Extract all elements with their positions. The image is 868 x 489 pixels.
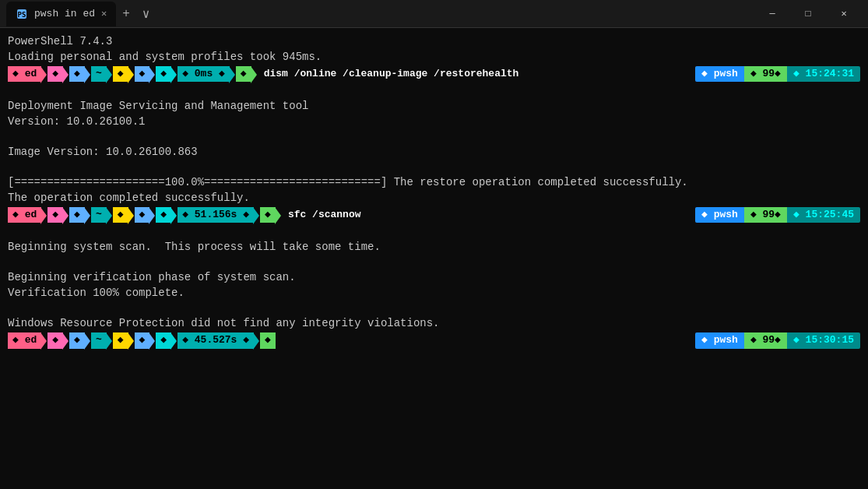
blank-5 — [8, 255, 860, 271]
scan-line-1: Beginning system scan. This process will… — [8, 240, 860, 255]
operation-complete-line: The operation completed successfully. — [8, 191, 860, 206]
window-controls: — □ ✕ — [754, 0, 862, 28]
prompt-line-3: ◆ ed ◆ ◆ ~ ◆ ◆ ◆ ◆ 45.527s ◆ ◆ ◆ pwsh ◆ … — [8, 332, 860, 348]
maximize-button[interactable]: □ — [790, 0, 826, 28]
right-prompt-3: ◆ pwsh ◆ 99◆ ◆ 15:30:15 — [695, 332, 860, 348]
seg-dur-1: ◆ 0ms ◆ — [177, 66, 230, 82]
right-prompt-2: ◆ pwsh ◆ 99◆ ◆ 15:25:45 — [695, 207, 860, 223]
seg-green-1: ◆ — [236, 66, 251, 82]
new-tab-button[interactable]: + — [116, 7, 136, 21]
seg-pink-2: ◆ — [47, 207, 63, 223]
seg-pink-1: ◆ — [47, 66, 63, 82]
seg-cmd-2: sfc /scannow — [282, 207, 366, 223]
wrp-line: Windows Resource Protection did not find… — [8, 316, 860, 332]
seg-blue-2b: ◆ — [135, 207, 150, 223]
dism-line-1: Deployment Image Servicing and Managemen… — [8, 99, 860, 114]
seg-green-3: ◆ — [260, 332, 276, 348]
seg-yellow-3: ◆ — [113, 332, 128, 348]
prompt-line-2: ◆ ed ◆ ◆ ~ ◆ ◆ ◆ ◆ 51.156s ◆ ◆ sfc /scan… — [8, 207, 860, 223]
seg-r99-2: ◆ 99◆ — [744, 207, 787, 223]
seg-dur-3: ◆ 45.527s ◆ — [177, 332, 254, 348]
right-prompt-1: ◆ pwsh ◆ 99◆ ◆ 15:24:31 — [695, 66, 860, 82]
seg-time-1: ◆ 15:24:31 — [787, 66, 860, 82]
blank-2 — [8, 129, 860, 145]
tab-icon: PS — [16, 8, 28, 20]
profile-load-line: Loading personal and system profiles too… — [8, 50, 860, 65]
tab-dropdown-button[interactable]: ∨ — [136, 6, 156, 22]
seg-blue-1b: ◆ — [135, 66, 150, 82]
seg-ed-1: ◆ ed — [8, 66, 41, 82]
seg-cmd-1: dism /online /cleanup-image /restoreheal… — [258, 66, 524, 82]
prompt-line-1: ◆ ed ◆ ◆ ~ ◆ ◆ ◆ ◆ 0ms ◆ ◆ dism /online … — [8, 66, 860, 82]
active-tab[interactable]: PS pwsh in ed ✕ — [6, 2, 116, 26]
blank-6 — [8, 301, 860, 316]
seg-tilde-1: ~ — [91, 66, 107, 82]
seg-tilde-2: ~ — [91, 207, 107, 223]
seg-r99-3: ◆ 99◆ — [744, 332, 787, 348]
seg-yellow-2: ◆ — [113, 207, 128, 223]
image-version-line: Image Version: 10.0.26100.863 — [8, 145, 860, 160]
seg-blue-1: ◆ — [69, 66, 85, 82]
seg-blue-3b: ◆ — [135, 332, 150, 348]
seg-ed-2: ◆ ed — [8, 207, 41, 223]
minimize-button[interactable]: — — [754, 0, 790, 28]
seg-r99-1: ◆ 99◆ — [744, 66, 787, 82]
seg-blue-2: ◆ — [69, 207, 85, 223]
seg-cyan-2: ◆ — [156, 207, 171, 223]
seg-time-3: ◆ 15:30:15 — [787, 332, 860, 348]
svg-text:PS: PS — [18, 11, 26, 19]
seg-yellow-1: ◆ — [113, 66, 128, 82]
progress-line: [=======================100.0%==========… — [8, 175, 860, 191]
seg-cyan-3: ◆ — [156, 332, 171, 348]
terminal-area[interactable]: PowerShell 7.4.3 Loading personal and sy… — [0, 28, 868, 489]
seg-tilde-3: ~ — [91, 332, 107, 348]
close-button[interactable]: ✕ — [826, 0, 862, 28]
blank-3 — [8, 160, 860, 175]
tab-label: pwsh in ed — [34, 8, 95, 19]
seg-green-2: ◆ — [260, 207, 276, 223]
seg-pink-3: ◆ — [47, 332, 63, 348]
dism-line-2: Version: 10.0.26100.1 — [8, 114, 860, 130]
seg-dur-2: ◆ 51.156s ◆ — [177, 207, 254, 223]
titlebar: PS pwsh in ed ✕ + ∨ — □ ✕ — [0, 0, 868, 28]
blank-1 — [8, 83, 860, 99]
scan-line-3: Verification 100% complete. — [8, 286, 860, 301]
scan-line-2: Beginning verification phase of system s… — [8, 270, 860, 286]
seg-rpwsh-2: ◆ pwsh — [695, 207, 744, 223]
seg-rpwsh-3: ◆ pwsh — [695, 332, 744, 348]
seg-ed-3: ◆ ed — [8, 332, 41, 348]
seg-time-2: ◆ 15:25:45 — [787, 207, 860, 223]
blank-4 — [8, 224, 860, 240]
close-tab-icon[interactable]: ✕ — [101, 8, 107, 19]
powershell-version-line: PowerShell 7.4.3 — [8, 34, 860, 50]
seg-cyan-1: ◆ — [156, 66, 171, 82]
seg-rpwsh-1: ◆ pwsh — [695, 66, 744, 82]
seg-blue-3: ◆ — [69, 332, 85, 348]
